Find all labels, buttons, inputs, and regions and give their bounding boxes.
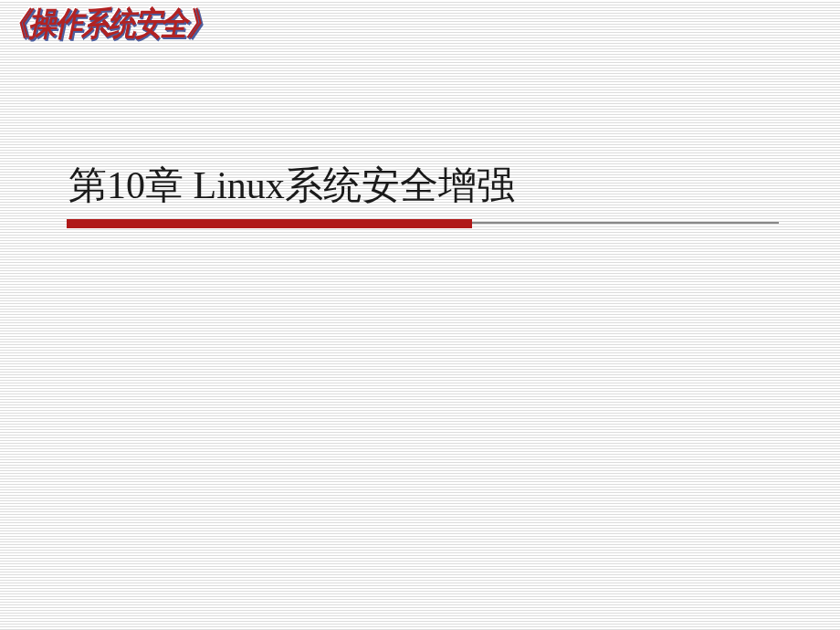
chapter-title: 第10章 Linux系统安全增强: [68, 160, 515, 211]
book-title: 《操作系统安全》: [2, 2, 213, 47]
title-underline-extension: [472, 222, 779, 224]
title-underline-accent: [67, 219, 472, 228]
